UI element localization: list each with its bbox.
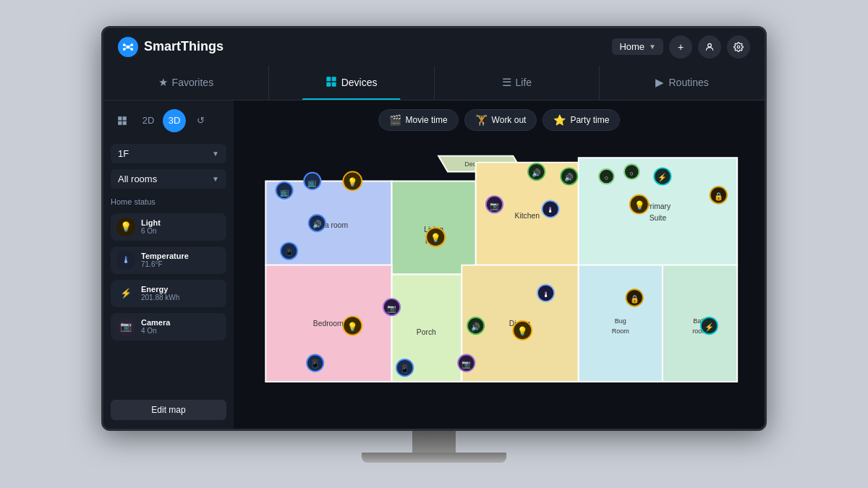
app-name: SmartThings [144,39,224,54]
add-button[interactable]: + [669,35,692,59]
pin-spk1[interactable]: 🔊 [528,163,545,179]
tv-stand-neck [412,431,456,453]
energy-text: Energy 201.88 kWh [141,285,179,301]
home-status-title: Home status [111,197,226,206]
view-controls: 2D 3D ↺ [111,109,226,132]
sidebar: 2D 3D ↺ 1F ▼ All rooms ▼ H [103,100,234,429]
tv-stand-base [362,453,506,463]
tv-screen: SmartThings Home ▼ + [101,26,767,431]
scene-work-out[interactable]: 🏋 Work out [464,109,537,131]
svg-text:🔒: 🔒 [630,294,639,303]
svg-rect-13 [326,82,331,86]
pin-spk2[interactable]: 🔊 [561,168,577,184]
pin-sensor2[interactable]: ○ [624,164,639,179]
movie-time-label: Movie time [406,115,448,125]
floor-selector[interactable]: 1F ▼ [111,144,226,163]
view-grid-button[interactable] [111,109,134,132]
pin-media2[interactable]: 🔊 [309,214,326,231]
view-history-button[interactable]: ↺ [189,109,212,132]
svg-text:🔊: 🔊 [532,168,541,177]
nav-routines[interactable]: ▶ Routines [600,66,765,100]
scene-movie-time[interactable]: 🎬 Movie time [378,109,459,131]
light-text: Light 6 On [141,218,161,235]
edit-map-button[interactable]: Edit map [111,400,226,420]
pin-media3[interactable]: 📱 [281,242,297,259]
work-out-icon: 🏋 [475,114,488,126]
svg-text:Kitchen: Kitchen [515,212,540,220]
svg-text:💡: 💡 [347,176,358,187]
status-light[interactable]: 💡 Light 6 On [111,213,226,241]
pin-tablet2[interactable]: 📱 [396,359,413,376]
header-right: Home ▼ + [612,35,750,59]
svg-text:📺: 📺 [280,187,289,196]
svg-text:🌡: 🌡 [542,290,550,298]
svg-rect-14 [331,82,336,86]
svg-text:🔊: 🔊 [564,173,574,182]
pin-light1[interactable]: 💡 [343,171,362,190]
pin-thermostat2[interactable]: 🌡 [537,284,554,301]
pin-outlet1[interactable]: ⚡ [654,168,671,184]
status-temperature[interactable]: 🌡 Temperature 71.6°F [111,247,226,274]
camera-value: 4 On [141,327,170,335]
pin-lock2[interactable]: 🔒 [710,187,727,203]
pin-tv1[interactable]: 📺 [304,172,320,189]
view-3d-button[interactable]: 3D [163,109,186,132]
work-out-label: Work out [492,115,527,125]
pin-lock1[interactable]: 🔒 [626,289,643,306]
svg-rect-11 [326,77,331,81]
scene-party-time[interactable]: ⭐ Party time [542,109,620,131]
svg-rect-18 [123,121,127,124]
svg-text:💡: 💡 [517,326,528,336]
home-label: Home [619,41,644,52]
view-2d-button[interactable]: 2D [137,109,160,132]
camera-icon: 📷 [116,317,135,336]
pin-sensor1[interactable]: ○ [599,168,614,184]
favorites-icon: ★ [158,76,168,89]
view-history-icon: ↺ [197,115,205,126]
temp-icon: 🌡 [116,251,135,270]
svg-text:⚡: ⚡ [658,173,667,182]
light-name: Light [141,218,161,227]
svg-text:🔊: 🔊 [312,219,322,228]
pin-light3[interactable]: 💡 [513,321,532,340]
devices-icon [326,76,337,90]
svg-text:💡: 💡 [347,321,358,331]
smartthings-logo-icon [118,37,138,57]
pin-light2[interactable]: 💡 [426,228,445,247]
pin-outlet2[interactable]: ⚡ [701,317,718,333]
nav-devices[interactable]: Devices [269,66,435,100]
pin-spk3[interactable]: 🔊 [467,317,484,333]
svg-point-9 [708,43,712,47]
party-time-icon: ⭐ [553,114,566,126]
pin-media1[interactable]: 📺 [276,181,292,198]
pin-tablet1[interactable]: 📱 [307,354,323,371]
movie-time-icon: 🎬 [389,114,401,126]
status-energy[interactable]: ⚡ Energy 201.88 kWh [111,280,226,307]
view-2d-label: 2D [142,115,155,126]
floor-label: 1F [118,148,129,159]
svg-text:Suite: Suite [650,213,667,221]
pin-light5[interactable]: 💡 [343,316,362,335]
camera-name: Camera [141,318,170,327]
pin-cam1[interactable]: 📷 [486,196,503,213]
energy-name: Energy [141,285,179,294]
pin-cam2[interactable]: 📷 [383,299,400,315]
svg-text:○: ○ [605,174,608,181]
settings-button[interactable] [727,35,750,59]
tv-wrapper: SmartThings Home ▼ + [101,26,767,463]
room-selector[interactable]: All rooms ▼ [111,169,226,189]
svg-text:🌡: 🌡 [547,206,554,214]
nav-life[interactable]: ☰ Life [435,66,600,100]
nav: ★ Favorites Devices ☰ Life [103,66,765,100]
home-selector[interactable]: Home ▼ [612,38,663,55]
profile-button[interactable] [698,35,721,59]
nav-favorites[interactable]: ★ Favorites [103,66,269,100]
svg-text:💡: 💡 [430,233,441,243]
status-camera[interactable]: 📷 Camera 4 On [111,313,226,341]
pin-light4[interactable]: 💡 [630,194,649,213]
energy-icon: ⚡ [116,284,135,303]
main-content: 2D 3D ↺ 1F ▼ All rooms ▼ H [103,100,765,429]
pin-cam3[interactable]: 📷 [458,354,475,371]
floor-plan-area: Deck Media room Living room Kitchen [242,138,756,420]
pin-thermostat1[interactable]: 🌡 [542,200,558,217]
